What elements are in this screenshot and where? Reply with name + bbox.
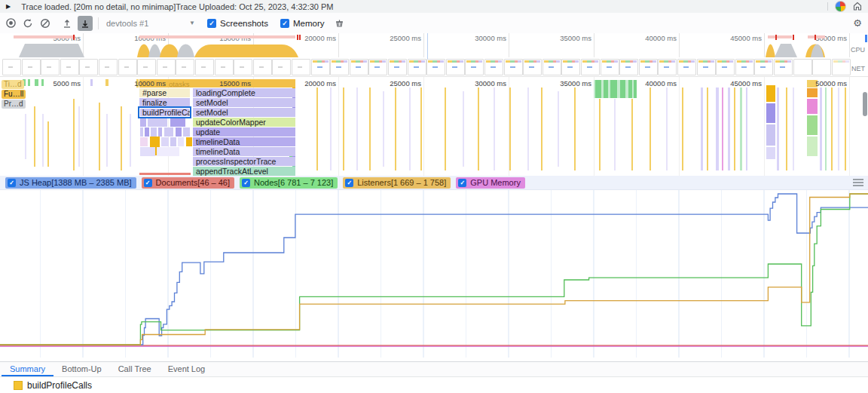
screenshot-thumbnail[interactable] xyxy=(253,59,272,75)
screenshot-thumbnail[interactable] xyxy=(292,59,310,75)
counter-toggle-chip[interactable]: ✓Nodes[6 781 – 7 123] xyxy=(240,177,338,189)
long-task-marker xyxy=(73,35,75,40)
flame-event-bar[interactable]: finalize xyxy=(139,98,190,107)
screenshot-thumbnail[interactable] xyxy=(41,59,60,75)
flame-event-bar[interactable]: update xyxy=(193,127,295,137)
memory-chart xyxy=(0,190,868,361)
flame-chart[interactable]: 5000 ms10000 ms15000 ms20000 ms25000 ms3… xyxy=(0,76,868,177)
screenshot-thumbnail[interactable] xyxy=(195,59,214,75)
record-icon[interactable] xyxy=(3,16,18,31)
screenshot-thumbnail[interactable] xyxy=(311,59,330,75)
screenshot-thumbnail[interactable] xyxy=(176,59,194,75)
home-icon[interactable] xyxy=(853,2,862,12)
screenshot-thumbnail[interactable] xyxy=(388,59,407,75)
counter-toggle-chip[interactable]: ✓JS Heap[1388 MB – 2385 MB] xyxy=(5,177,136,189)
screenshot-thumbnail[interactable] xyxy=(446,59,465,75)
screenshot-thumbnail[interactable] xyxy=(677,59,696,75)
track-name-chip[interactable]: Ti…d xyxy=(2,80,24,89)
screenshot-thumbnail[interactable] xyxy=(581,59,600,75)
collect-garbage-icon[interactable] xyxy=(332,16,347,31)
flame-activity-stripe xyxy=(34,106,35,167)
screenshot-thumbnail[interactable] xyxy=(272,59,291,75)
screenshot-thumbnail[interactable] xyxy=(774,59,793,75)
screenshot-thumbnail[interactable] xyxy=(22,59,41,75)
screenshot-thumbnail[interactable] xyxy=(157,59,176,75)
screenshot-thumbnail[interactable] xyxy=(735,59,754,75)
flame-activity-stripe xyxy=(330,88,332,170)
screenshot-thumbnail[interactable] xyxy=(793,59,812,75)
flame-activity-stripe xyxy=(130,114,131,167)
screenshot-thumbnail[interactable] xyxy=(812,59,831,75)
screenshot-thumbnail[interactable] xyxy=(79,59,98,75)
upload-trace-icon[interactable] xyxy=(60,16,75,31)
reload-icon[interactable] xyxy=(20,16,35,31)
counter-toggle-chip[interactable]: ✓Documents[46 – 46] xyxy=(142,177,234,189)
settings-gear-icon[interactable]: ⚙ xyxy=(853,17,862,29)
screenshots-filmstrip[interactable] xyxy=(0,58,868,75)
screenshot-thumbnail[interactable] xyxy=(350,59,368,75)
clear-icon[interactable] xyxy=(38,16,53,31)
flame-event-bar[interactable]: timelineData xyxy=(193,147,295,156)
screenshot-thumbnail[interactable] xyxy=(542,59,561,75)
screenshot-thumbnail[interactable] xyxy=(368,59,387,75)
flame-event-bar[interactable]: setModel xyxy=(193,98,295,107)
legend-menu-icon[interactable] xyxy=(853,177,863,188)
flame-activity-stripe xyxy=(140,147,155,156)
thumbnail-content xyxy=(313,60,329,63)
flame-activity-stripe xyxy=(558,91,559,167)
profile-select[interactable]: devtools #1 ▼ xyxy=(106,19,195,28)
download-trace-button[interactable] xyxy=(78,16,93,31)
screenshot-thumbnail[interactable] xyxy=(523,59,542,75)
screenshot-thumbnail[interactable] xyxy=(426,59,445,75)
screenshot-thumbnail[interactable] xyxy=(408,59,426,75)
screenshot-thumbnail[interactable] xyxy=(330,59,349,75)
memory-checkbox[interactable]: ✓ Memory xyxy=(280,19,325,28)
track-name-chip[interactable]: Fu…ll xyxy=(2,90,26,99)
thumbnail-content xyxy=(737,60,753,63)
tab-bottom-up[interactable]: Bottom-Up xyxy=(53,362,110,376)
tab-event-log[interactable]: Event Log xyxy=(160,362,214,376)
track-name-chip[interactable]: Pr…d xyxy=(2,100,26,109)
flame-event-bar[interactable]: appendTrackAtLevel xyxy=(193,167,295,176)
screenshot-thumbnail[interactable] xyxy=(60,59,79,75)
screenshot-thumbnail[interactable] xyxy=(716,59,735,75)
expand-arrow-icon[interactable]: ▶ xyxy=(6,3,11,10)
flame-event-bar[interactable]: loadingComplete xyxy=(193,88,295,97)
counter-toggle-chip[interactable]: ✓Listeners[1 669 – 1 758] xyxy=(343,177,451,189)
flame-event-bar[interactable]: setModel xyxy=(193,108,295,117)
screenshot-thumbnail[interactable] xyxy=(658,59,677,75)
flame-ruler-label: 10000 ms xyxy=(113,79,166,88)
screenshot-thumbnail[interactable] xyxy=(561,59,580,75)
tab-call-tree[interactable]: Call Tree xyxy=(110,362,160,376)
screenshot-thumbnail[interactable] xyxy=(484,59,503,75)
screenshot-thumbnail[interactable] xyxy=(2,59,21,75)
flame-event-bar[interactable]: updateColorMapper xyxy=(193,118,295,127)
screenshot-thumbnail[interactable] xyxy=(99,59,118,75)
flame-event-bar[interactable]: processInspectorTrace xyxy=(193,157,295,166)
flame-activity-stripe xyxy=(161,137,169,146)
flame-activity-stripe xyxy=(831,88,833,170)
counter-toggle-chip[interactable]: ✓GPU Memory xyxy=(456,177,525,189)
tab-summary[interactable]: Summary xyxy=(2,362,53,376)
screenshot-thumbnail[interactable] xyxy=(234,59,252,75)
screenshot-thumbnail[interactable] xyxy=(504,59,523,75)
screenshot-thumbnail[interactable] xyxy=(118,59,137,75)
screenshot-thumbnail[interactable] xyxy=(215,59,234,75)
screenshot-thumbnail[interactable] xyxy=(832,59,851,75)
flame-event-bar[interactable]: timelineData xyxy=(193,137,295,146)
flame-activity-stripe xyxy=(316,88,318,170)
summary-content: buildProfileCalls xyxy=(0,378,868,393)
screenshots-checkbox[interactable]: ✓ Screenshots xyxy=(207,19,268,28)
screenshot-thumbnail[interactable] xyxy=(697,59,716,75)
screenshot-thumbnail[interactable] xyxy=(639,59,658,75)
timeline-overview[interactable]: 5000 ms10000 ms15000 ms20000 ms25000 ms3… xyxy=(0,33,868,77)
screenshot-thumbnail[interactable] xyxy=(137,59,156,75)
screenshot-thumbnail[interactable] xyxy=(601,59,619,75)
screenshot-thumbnail[interactable] xyxy=(465,59,484,75)
profile-avatar[interactable] xyxy=(835,1,846,12)
screenshot-thumbnail[interactable] xyxy=(754,59,773,75)
screenshot-thumbnail[interactable] xyxy=(619,59,638,75)
flame-scrollbar-thumb[interactable] xyxy=(863,92,867,116)
flame-event-bar[interactable]: #parse xyxy=(139,88,190,97)
flame-event-bar-selected[interactable]: buildProfileCalls xyxy=(139,108,190,117)
